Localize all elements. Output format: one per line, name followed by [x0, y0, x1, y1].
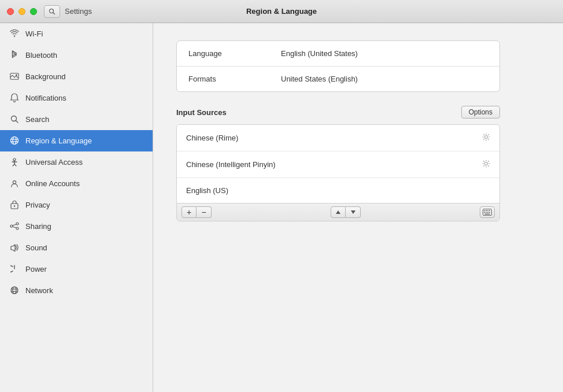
- svg-point-17: [14, 205, 15, 206]
- add-source-button[interactable]: +: [182, 206, 197, 218]
- sidebar-item-notifications[interactable]: Notifications: [0, 87, 153, 109]
- input-sources-title: Input Sources: [176, 108, 227, 117]
- keyboard-button-container: [480, 206, 495, 218]
- down-arrow-icon: [350, 209, 356, 215]
- svg-line-5: [16, 121, 18, 123]
- input-source-row[interactable]: English (US): [177, 177, 499, 203]
- svg-rect-38: [485, 214, 490, 215]
- maximize-button[interactable]: [30, 8, 37, 15]
- sidebar-item-label: Privacy: [25, 201, 50, 209]
- svg-rect-34: [484, 212, 485, 213]
- gear-icon[interactable]: [482, 160, 490, 169]
- sidebar-item-label: Notifications: [25, 94, 66, 102]
- bluetooth-icon: [9, 50, 20, 60]
- move-up-button[interactable]: [331, 206, 346, 218]
- svg-point-6: [11, 137, 18, 145]
- sidebar-item-label: Network: [25, 286, 53, 295]
- search-icon: [49, 8, 55, 15]
- search-titlebar-button[interactable]: [44, 5, 60, 18]
- input-sources-header: Input Sources Options: [176, 106, 500, 119]
- svg-point-24: [13, 287, 16, 294]
- input-source-row[interactable]: Chinese (Intelligent Pinyin): [177, 151, 499, 177]
- info-table: LanguageEnglish (United States)FormatsUn…: [176, 40, 500, 92]
- svg-point-3: [16, 74, 17, 76]
- sidebar-item-bluetooth[interactable]: Bluetooth: [0, 45, 153, 66]
- sidebar-item-privacy[interactable]: Privacy: [0, 194, 153, 216]
- move-down-button[interactable]: [346, 206, 361, 218]
- sidebar-item-label: Region & Language: [25, 136, 92, 145]
- sidebar-item-online-accounts[interactable]: Online Accounts: [0, 173, 153, 194]
- info-row-label: Language: [188, 49, 281, 58]
- keyboard-button[interactable]: [480, 206, 495, 218]
- sidebar-item-label: Online Accounts: [25, 179, 80, 188]
- svg-point-15: [13, 181, 16, 184]
- titlebar: Settings Region & Language: [0, 0, 563, 23]
- svg-line-21: [13, 224, 16, 225]
- info-row: FormatsUnited States (English): [177, 66, 499, 91]
- sidebar-item-region-language[interactable]: Region & Language: [0, 130, 153, 151]
- sidebar-item-network[interactable]: Network: [0, 280, 153, 301]
- background-icon: [9, 71, 20, 82]
- svg-point-28: [485, 162, 488, 165]
- sidebar-item-universal-access[interactable]: Universal Access: [0, 151, 153, 173]
- app-label: Settings: [65, 7, 92, 16]
- sidebar-item-label: Sharing: [25, 222, 51, 231]
- input-source-name: Chinese (Rime): [186, 134, 238, 142]
- main-layout: Wi-FiBluetoothBackgroundNotificationsSea…: [0, 23, 563, 392]
- svg-rect-35: [486, 212, 487, 213]
- input-source-name: Chinese (Intelligent Pinyin): [186, 160, 276, 169]
- svg-point-23: [11, 287, 18, 294]
- sidebar: Wi-FiBluetoothBackgroundNotificationsSea…: [0, 23, 153, 392]
- info-row: LanguageEnglish (United States): [177, 41, 499, 66]
- sidebar-item-power[interactable]: Power: [0, 258, 153, 280]
- sidebar-item-label: Search: [25, 115, 49, 124]
- svg-line-22: [13, 227, 16, 228]
- traffic-lights: [7, 8, 37, 15]
- sidebar-item-sound[interactable]: Sound: [0, 237, 153, 258]
- svg-rect-33: [489, 210, 490, 212]
- add-remove-buttons: + −: [182, 206, 212, 218]
- svg-line-14: [14, 164, 16, 166]
- settings-panel: LanguageEnglish (United States)FormatsUn…: [176, 40, 500, 221]
- svg-rect-32: [487, 210, 488, 212]
- reorder-buttons: [331, 206, 361, 218]
- gear-icon[interactable]: [482, 133, 490, 143]
- minimize-button[interactable]: [18, 8, 25, 15]
- notifications-icon: [9, 93, 20, 103]
- info-row-value: English (United States): [281, 49, 358, 58]
- input-sources-list: Chinese (Rime)Chinese (Intelligent Pinyi…: [177, 125, 499, 203]
- input-source-row[interactable]: Chinese (Rime): [177, 125, 499, 151]
- remove-source-button[interactable]: −: [197, 206, 212, 218]
- online-icon: [9, 178, 20, 188]
- svg-point-27: [485, 136, 488, 139]
- sidebar-item-label: Power: [25, 265, 47, 273]
- svg-rect-31: [486, 210, 487, 212]
- search-icon: [9, 114, 20, 124]
- sidebar-item-label: Universal Access: [25, 158, 83, 167]
- svg-rect-37: [489, 212, 490, 213]
- sharing-icon: [9, 221, 20, 231]
- wifi-icon: [9, 28, 20, 39]
- sidebar-item-label: Sound: [25, 243, 47, 252]
- sidebar-item-label: Bluetooth: [25, 51, 57, 60]
- input-sources-container: Chinese (Rime)Chinese (Intelligent Pinyi…: [176, 124, 500, 221]
- svg-point-20: [10, 225, 13, 227]
- up-arrow-icon: [335, 209, 341, 215]
- power-icon: [9, 264, 20, 274]
- svg-rect-36: [487, 212, 488, 213]
- sidebar-item-search[interactable]: Search: [0, 109, 153, 130]
- sidebar-item-background[interactable]: Background: [0, 66, 153, 87]
- sidebar-item-label: Background: [25, 72, 65, 81]
- sidebar-item-sharing[interactable]: Sharing: [0, 216, 153, 237]
- close-button[interactable]: [7, 8, 14, 15]
- svg-point-19: [16, 227, 18, 230]
- options-button[interactable]: Options: [461, 106, 500, 119]
- info-row-label: Formats: [188, 75, 281, 83]
- sidebar-item-wifi[interactable]: Wi-Fi: [0, 23, 153, 45]
- svg-rect-30: [484, 210, 485, 212]
- sound-icon: [9, 242, 20, 253]
- content-area: LanguageEnglish (United States)FormatsUn…: [153, 23, 563, 392]
- svg-line-13: [13, 164, 14, 166]
- keyboard-icon: [483, 209, 492, 216]
- svg-line-1: [53, 12, 55, 14]
